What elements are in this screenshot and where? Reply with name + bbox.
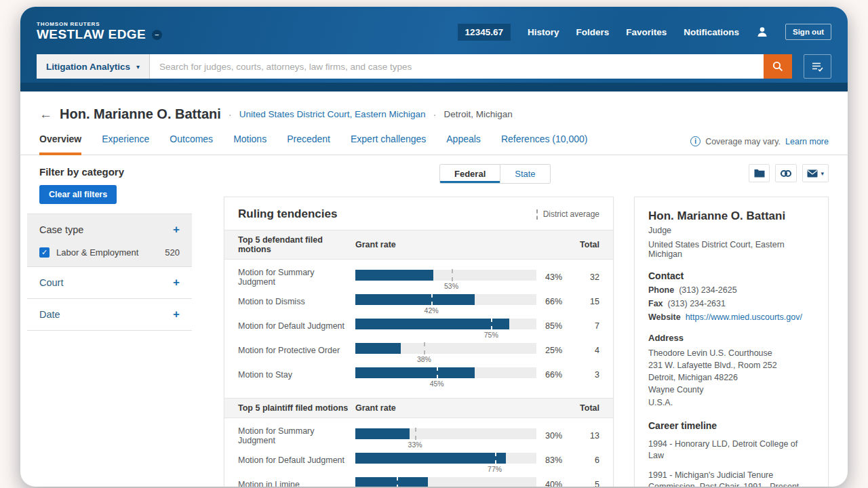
grant-rate-bar: 38% — [355, 343, 536, 354]
nav-history[interactable]: History — [528, 27, 559, 37]
motion-label: Motion for Summary Judgment — [238, 426, 355, 445]
header-accent-bar — [20, 83, 848, 92]
tab-motions[interactable]: Motions — [233, 134, 267, 155]
motion-row: Motion to Stay 45% 66% 3 — [224, 363, 613, 387]
tab-experience[interactable]: Experience — [102, 134, 149, 155]
nav-folders[interactable]: Folders — [576, 27, 609, 37]
tab-expert-challenges[interactable]: Expert challenges — [351, 134, 426, 155]
district-average-marker — [424, 342, 425, 354]
court-link[interactable]: United States District Court, Eastern Mi… — [239, 109, 426, 119]
court-section-header[interactable]: Court + — [39, 276, 180, 289]
district-average-value: 33% — [408, 441, 422, 449]
address-heading: Address — [648, 333, 814, 343]
grant-rate-value: 83% — [536, 455, 576, 465]
total-column-header: Total — [576, 403, 599, 413]
caret-down-icon: ▾ — [136, 63, 140, 70]
dashed-line-icon — [536, 209, 538, 220]
search-input[interactable] — [150, 54, 764, 79]
tab-overview[interactable]: Overview — [39, 134, 81, 155]
grant-rate-bar: 23% — [355, 477, 536, 487]
motion-label: Motion for Summary Judgment — [238, 268, 355, 287]
filter-section-date: Date + — [27, 298, 192, 331]
sign-out-button[interactable]: Sign out — [785, 24, 831, 40]
nav-favorites[interactable]: Favorites — [626, 27, 667, 37]
district-average-marker — [452, 269, 453, 281]
district-average-value: 53% — [444, 282, 458, 290]
district-average-value: 77% — [488, 465, 502, 473]
tab-appeals[interactable]: Appeals — [446, 134, 481, 155]
grant-rate-bar-fill — [355, 367, 475, 378]
motion-label: Motion in Limine — [238, 480, 355, 487]
judge-profile-panel: Hon. Marianne O. Battani Judge United St… — [634, 197, 829, 487]
tab-references-10-000[interactable]: References (10,000) — [501, 134, 588, 155]
filter-section-case-type: Case type + ✓ Labor & Employment 520 — [27, 214, 192, 266]
labor-employment-checkbox[interactable]: ✓ — [39, 247, 50, 258]
grant-rate-bar: 42% — [355, 294, 536, 305]
filter-item-label: Labor & Employment — [56, 247, 138, 258]
address-line: Theodore Levin U.S. Courthouse — [648, 347, 814, 359]
website-link[interactable]: https://www.mied.uscourts.gov/ — [686, 312, 802, 322]
career-timeline-heading: Career timeline — [648, 420, 814, 431]
grant-rate-value: 30% — [536, 431, 576, 441]
motion-label: Motion for Default Judgment — [238, 455, 355, 465]
westlaw-logo[interactable]: THOMSON REUTERS WESTLAW EDGE – — [37, 22, 162, 42]
motion-row: Motion for Protective Order 38% 25% 4 — [224, 338, 613, 363]
motion-row: Motion for Summary Judgment 53% 43% 32 — [224, 265, 613, 289]
grant-rate-bar-fill — [355, 477, 428, 487]
career-entry: 1994 - Honorary LLD, Detroit College of … — [648, 439, 814, 462]
clear-all-filters-button[interactable]: Clear all filters — [39, 185, 117, 204]
website-row: Website https://www.mied.uscourts.gov/ — [648, 312, 814, 322]
profile-role: Judge — [648, 226, 814, 235]
career-entry: 1991 - Michigan's Judicial Tenure Commis… — [648, 470, 814, 487]
coverage-learn-more-link[interactable]: Learn more — [785, 137, 829, 146]
motion-total: 3 — [576, 370, 599, 380]
filter-sidebar: Filter by category Clear all filters Cas… — [27, 155, 192, 331]
toggle-federal[interactable]: Federal — [440, 165, 500, 183]
list-check-icon — [812, 62, 823, 72]
copy-link-button[interactable] — [775, 164, 797, 182]
brand-badge-icon[interactable]: – — [152, 30, 162, 40]
nav-notifications[interactable]: Notifications — [684, 27, 739, 37]
ruling-tendencies-title: Ruling tendencies — [238, 207, 337, 221]
research-list-button[interactable] — [804, 54, 831, 79]
motion-total: 7 — [576, 321, 599, 331]
case-type-label: Case type — [39, 224, 83, 235]
motion-total: 13 — [576, 431, 599, 441]
federal-state-toggle: Federal State — [439, 164, 551, 184]
top-header: THOMSON REUTERS WESTLAW EDGE – 12345.67 … — [20, 7, 848, 92]
motion-row: Motion to Dismiss 42% 66% 15 — [224, 289, 613, 314]
toggle-state[interactable]: State — [500, 165, 549, 183]
back-arrow-icon[interactable]: ← — [39, 107, 52, 122]
date-section-header[interactable]: Date + — [39, 308, 180, 321]
tab-outcomes[interactable]: Outcomes — [170, 134, 213, 155]
search-scope-dropdown[interactable]: Litigation Analytics ▾ — [37, 54, 150, 79]
save-to-folder-button[interactable] — [749, 164, 770, 182]
expand-plus-icon[interactable]: + — [173, 308, 180, 321]
grant-rate-value: 43% — [536, 272, 576, 282]
expand-plus-icon[interactable]: + — [173, 223, 180, 237]
motion-total: 5 — [576, 480, 599, 487]
client-id-button[interactable]: 12345.67 — [458, 24, 511, 41]
search-button[interactable] — [764, 54, 792, 79]
grant-rate-value: 66% — [536, 297, 576, 306]
tab-bar: OverviewExperienceOutcomesMotionsPrecede… — [20, 134, 848, 155]
date-label: Date — [39, 309, 60, 320]
case-type-section-header[interactable]: Case type + — [39, 223, 180, 237]
motion-total: 32 — [576, 272, 599, 282]
filter-title: Filter by category — [39, 166, 192, 178]
expand-plus-icon[interactable]: + — [173, 276, 180, 289]
district-average-marker — [397, 476, 398, 487]
total-column-header: Total — [576, 240, 599, 249]
tab-precedent[interactable]: Precedent — [287, 134, 330, 155]
info-icon[interactable]: i — [690, 136, 701, 146]
grant-rate-column-header: Grant rate — [355, 403, 536, 413]
account-icon[interactable] — [756, 26, 768, 38]
filter-section-court: Court + — [27, 266, 192, 298]
district-average-value: 42% — [425, 306, 439, 314]
phone-value: (313) 234-2625 — [679, 285, 736, 295]
district-average-marker — [431, 293, 433, 306]
district-average-marker — [415, 428, 416, 440]
email-delivery-button[interactable]: ▾ — [802, 164, 829, 182]
search-icon — [772, 60, 784, 73]
motion-label: Motion to Dismiss — [238, 297, 355, 306]
